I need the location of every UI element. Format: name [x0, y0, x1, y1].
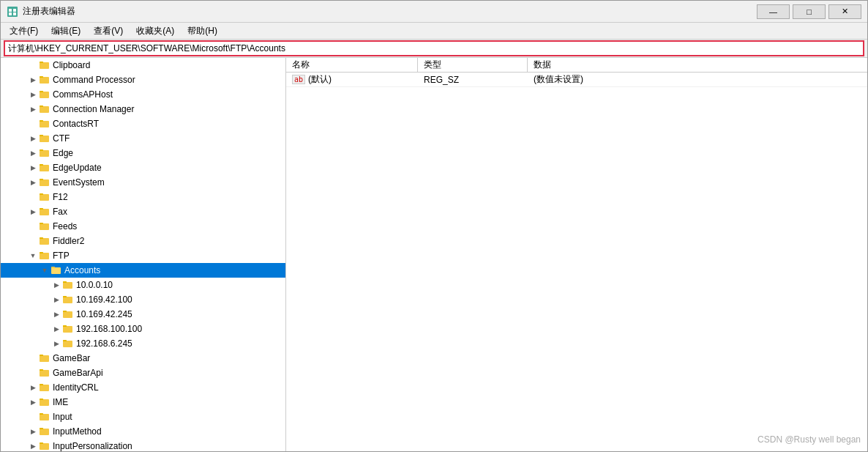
svg-rect-36: [63, 282, 72, 289]
tree-item-ftp[interactable]: FTP: [1, 248, 285, 263]
tree-item-inputpersonalization[interactable]: InputPersonalization: [1, 439, 285, 451]
tree-item-input[interactable]: Input: [1, 410, 285, 424]
tree-item-ip4[interactable]: 192.168.100.100: [1, 322, 285, 336]
expand-icon-edge[interactable]: [27, 147, 39, 159]
address-input[interactable]: [4, 40, 864, 56]
svg-rect-9: [40, 76, 43, 78]
svg-rect-59: [40, 442, 43, 444]
tree-item-identitycrl[interactable]: IdentityCRL: [1, 380, 285, 395]
detail-name-label: (默认): [308, 73, 332, 86]
tree-item-clipboard[interactable]: Clipboard: [1, 58, 285, 73]
tree-item-ip2[interactable]: 10.169.42.100: [1, 292, 285, 307]
expand-icon-eventsystem[interactable]: [27, 177, 39, 188]
expand-icon-accounts[interactable]: [39, 264, 50, 276]
tree-label-edge: Edge: [53, 148, 73, 158]
tree-label-feeds: Feeds: [53, 221, 77, 231]
expand-icon-ip5[interactable]: [50, 338, 62, 349]
folder-icon-gamebar: [39, 352, 50, 364]
title-bar-left: 注册表编辑器: [7, 5, 75, 18]
tree-item-command-processor[interactable]: Command Processor: [1, 73, 285, 87]
menu-file[interactable]: 文件(F): [4, 23, 44, 39]
folder-icon-fax: [39, 206, 50, 218]
folder-icon-edgeupdate: [39, 162, 50, 174]
svg-rect-19: [40, 149, 43, 151]
svg-rect-28: [40, 223, 49, 230]
svg-rect-24: [40, 194, 49, 201]
folder-icon-ip5: [62, 338, 74, 349]
tree-item-f12[interactable]: F12: [1, 190, 285, 204]
detail-row-default[interactable]: ab (默认) REG_SZ (数值未设置): [286, 73, 867, 87]
svg-rect-39: [63, 296, 67, 297]
expand-icon-edgeupdate[interactable]: [27, 162, 39, 174]
expand-icon-ftp[interactable]: [27, 250, 39, 262]
tree-item-ip3[interactable]: 10.169.42.245: [1, 307, 285, 322]
col-header-type: 类型: [418, 58, 528, 73]
tree-item-edgeupdate[interactable]: EdgeUpdate: [1, 160, 285, 175]
expand-icon-ctf[interactable]: [27, 133, 39, 144]
svg-rect-48: [40, 370, 49, 377]
tree-item-ctf[interactable]: CTF: [1, 131, 285, 146]
detail-pane: 名称 类型 数据 ab (默认) REG_SZ (数值未设置): [286, 58, 867, 451]
folder-icon-eventsystem: [39, 177, 50, 188]
svg-rect-15: [40, 120, 43, 122]
tree-item-edge[interactable]: Edge: [1, 146, 285, 160]
expand-icon-ip3[interactable]: [50, 308, 62, 320]
folder-icon-identitycrl: [39, 382, 50, 393]
tree-pane: Clipboard Command Processor CommsAPHost: [1, 58, 286, 451]
menu-view[interactable]: 查看(V): [88, 23, 129, 39]
tree-item-feeds[interactable]: Feeds: [1, 219, 285, 234]
maximize-button[interactable]: □: [793, 4, 826, 19]
expand-icon-commsaphost[interactable]: [27, 89, 39, 100]
type-icon-default: ab: [292, 75, 305, 84]
svg-rect-11: [40, 91, 43, 92]
svg-rect-0: [7, 7, 18, 17]
col-header-name: 名称: [286, 58, 418, 73]
svg-rect-49: [40, 369, 43, 371]
tree-item-commsaphost[interactable]: CommsAPHost: [1, 87, 285, 102]
tree-item-ime[interactable]: IME: [1, 395, 285, 410]
expand-icon-fax[interactable]: [27, 206, 39, 218]
tree-label-ip4: 192.168.100.100: [76, 324, 142, 334]
expand-icon-ip2[interactable]: [50, 294, 62, 305]
expand-icon-identitycrl[interactable]: [27, 382, 39, 393]
svg-rect-23: [40, 179, 43, 180]
tree-label-clipboard: Clipboard: [53, 60, 90, 70]
menu-favorites[interactable]: 收藏夹(A): [130, 23, 180, 39]
app-icon: [7, 6, 18, 18]
expand-icon-command-processor[interactable]: [27, 74, 39, 86]
tree-item-fax[interactable]: Fax: [1, 204, 285, 219]
svg-rect-42: [63, 326, 72, 333]
folder-icon-contactsrt: [39, 118, 50, 130]
detail-data-default: (数值未设置): [528, 72, 867, 87]
tree-item-accounts[interactable]: Accounts: [1, 263, 285, 278]
expand-icon-inputpersonalization[interactable]: [27, 440, 39, 451]
expand-icon-ime[interactable]: [27, 396, 39, 408]
folder-icon-ime: [39, 396, 50, 408]
tree-item-ip1[interactable]: 10.0.0.10: [1, 278, 285, 292]
svg-rect-22: [40, 179, 49, 186]
tree-item-ip5[interactable]: 192.168.6.245: [1, 336, 285, 351]
tree-item-eventsystem[interactable]: EventSystem: [1, 175, 285, 190]
folder-icon-f12: [39, 191, 50, 203]
tree-label-commsaphost: CommsAPHost: [53, 89, 113, 100]
tree-label-command-processor: Command Processor: [53, 75, 135, 85]
minimize-button[interactable]: —: [757, 4, 790, 19]
expand-icon-connection-manager[interactable]: [27, 103, 39, 115]
tree-item-connection-manager[interactable]: Connection Manager: [1, 102, 285, 116]
expand-icon-inputmethod[interactable]: [27, 426, 39, 437]
svg-rect-55: [40, 413, 43, 415]
menu-help[interactable]: 帮助(H): [182, 23, 223, 39]
menu-bar: 文件(F) 编辑(E) 查看(V) 收藏夹(A) 帮助(H): [1, 23, 867, 39]
tree-item-contactsrt[interactable]: ContactsRT: [1, 116, 285, 131]
expand-icon-ip4[interactable]: [50, 323, 62, 335]
close-button[interactable]: ✕: [828, 4, 861, 19]
folder-icon-feeds: [39, 221, 50, 232]
expand-icon-ip1[interactable]: [50, 279, 62, 291]
tree-item-fiddler2[interactable]: Fiddler2: [1, 234, 285, 248]
tree-item-gamebarapi[interactable]: GameBarApi: [1, 366, 285, 380]
tree-item-gamebar[interactable]: GameBar: [1, 351, 285, 366]
menu-edit[interactable]: 编辑(E): [45, 23, 86, 39]
tree-item-inputmethod[interactable]: InputMethod: [1, 424, 285, 439]
svg-rect-38: [63, 297, 72, 303]
tree-label-input: Input: [53, 412, 72, 422]
